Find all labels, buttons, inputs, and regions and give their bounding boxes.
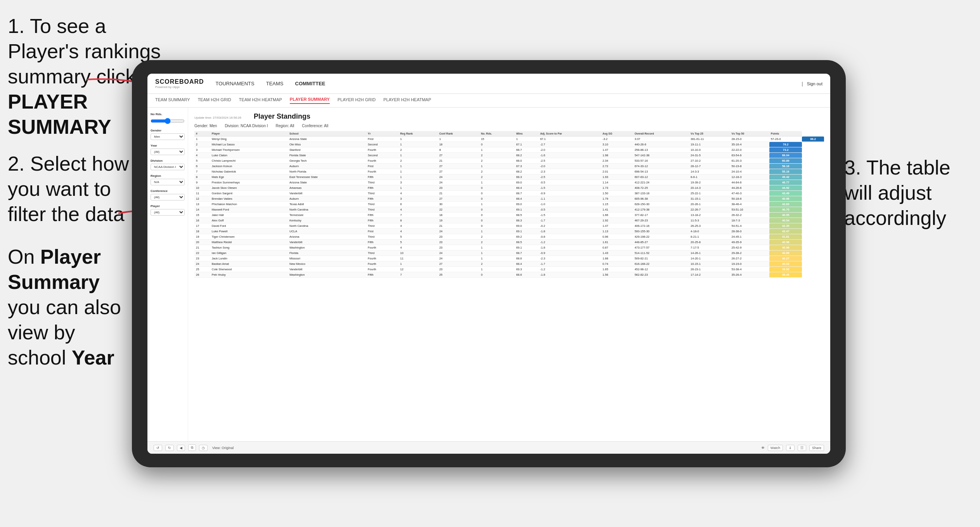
table-row: 3Michael ThorbjornsenStanfordFourth28168… bbox=[194, 147, 824, 153]
sidebar-region-section: Region N/A bbox=[151, 174, 185, 185]
col-points: Points bbox=[769, 131, 802, 137]
download-btn[interactable]: ⇓ bbox=[786, 445, 795, 451]
table-row: 8Mats EgeEast Tennessee StateFifth124268… bbox=[194, 175, 824, 180]
nav-pipe: | bbox=[802, 81, 803, 86]
redo-btn[interactable]: ↻ bbox=[165, 445, 174, 451]
main-content: No Rds. Gender Men Year (All) Divisio bbox=[147, 108, 830, 441]
conference-select[interactable]: (All) bbox=[151, 194, 185, 200]
tablet-screen: SCOREBOARD Powered by clippi TOURNAMENTS… bbox=[147, 74, 830, 454]
table-header-row: Update time: 27/03/2024 16:56:26 Player … bbox=[194, 112, 824, 121]
table-row: 4Luke ClatonFlorida StateSecond127268.2-… bbox=[194, 153, 824, 158]
view-original: View: Original bbox=[212, 446, 234, 450]
instruction-step-bottom: On Player Summary you can also view by s… bbox=[8, 244, 132, 370]
nav-bar: SCOREBOARD Powered by clippi TOURNAMENTS… bbox=[147, 74, 830, 94]
player-standings-table: # Player School Yr Reg Rank Conf Rank No… bbox=[194, 131, 824, 278]
table-row: 9Preston SummerhaysArizona StateThird324… bbox=[194, 180, 824, 185]
sub-nav-player-h2h-heatmap[interactable]: PLAYER H2H HEATMAP bbox=[383, 97, 431, 104]
table-row: 24Bastian AmatNew MexicoFourth127268.4-1… bbox=[194, 261, 824, 267]
sub-nav: TEAM SUMMARY TEAM H2H GRID TEAM H2H HEAT… bbox=[147, 94, 830, 108]
table-row: 10Jacob Skov OlesenArkansasFifth123068.4… bbox=[194, 185, 824, 191]
nav-tournaments[interactable]: TOURNAMENTS bbox=[216, 81, 255, 86]
nav-committee[interactable]: COMMITTEE bbox=[295, 81, 326, 86]
sidebar-gender-section: Gender Men bbox=[151, 129, 185, 140]
back-btn[interactable]: ◀ bbox=[177, 445, 185, 451]
gender-select[interactable]: Men bbox=[151, 133, 185, 140]
logo: SCOREBOARD Powered by clippi bbox=[155, 78, 204, 89]
sub-nav-team-summary[interactable]: TEAM SUMMARY bbox=[155, 97, 190, 104]
table-row: 17David FordNorth CarolinaThird421069.0-… bbox=[194, 223, 824, 229]
share-btn[interactable]: Share bbox=[809, 445, 824, 451]
sidebar-filters: No Rds. Gender Men Year (All) Divisio bbox=[147, 108, 188, 441]
table-row: 25Cole SherwoodVanderbiltFourth1223169.3… bbox=[194, 267, 824, 272]
col-wins: Wins bbox=[515, 131, 539, 137]
player-select[interactable]: (All) bbox=[151, 209, 185, 216]
table-row: 12Brendan ValdesAuburnFifth327068.4-1.11… bbox=[194, 196, 824, 202]
table-row: 11Gordon SargentVanderbiltThird421068.7-… bbox=[194, 191, 824, 196]
sub-nav-player-h2h-grid[interactable]: PLAYER H2H GRID bbox=[338, 97, 376, 104]
clock-btn[interactable]: ◷ bbox=[199, 445, 208, 451]
table-row: 6Jackson KoivunAuburnFirst127167.3-2.02.… bbox=[194, 164, 824, 169]
col-conf-rank: Conf Rank bbox=[438, 131, 479, 137]
nav-links: TOURNAMENTS TEAMS COMMITTEE bbox=[216, 81, 802, 86]
col-school: School bbox=[288, 131, 366, 137]
toolbar-right: 👁 Watch ⇓ ☷ Share bbox=[761, 445, 824, 451]
copy-btn[interactable]: ⧉ bbox=[188, 444, 196, 451]
sub-nav-player-summary[interactable]: PLAYER SUMMARY bbox=[290, 97, 330, 104]
col-avg-sg: Avg SG bbox=[601, 131, 633, 137]
tablet-device: SCOREBOARD Powered by clippi TOURNAMENTS… bbox=[132, 60, 846, 467]
sign-out-link[interactable]: Sign out bbox=[807, 81, 822, 86]
table-row: 5Christo LamprechtGeorgia TechFourth2212… bbox=[194, 158, 824, 164]
col-vs-top25: Vs Top 25 bbox=[689, 131, 730, 137]
col-no-rds: No. Rds. bbox=[480, 131, 515, 137]
table-row: 7Nicholas GabrelcikNorth FloridaFourth12… bbox=[194, 169, 824, 175]
filter-conference: Conference: All bbox=[302, 124, 328, 128]
nav-teams[interactable]: TEAMS bbox=[266, 81, 284, 86]
table-area: Update time: 27/03/2024 16:56:26 Player … bbox=[188, 108, 830, 441]
col-yr: Yr bbox=[366, 131, 399, 137]
table-row: 21Tashiun SongWashingtonFourth423169.1-1… bbox=[194, 245, 824, 251]
filter-gender: Gender: Men bbox=[194, 124, 217, 128]
filter-row: Gender: Men Division: NCAA Division I Re… bbox=[194, 124, 824, 128]
table-row: 2Michael La SassoOle MissSecond118067.1-… bbox=[194, 142, 824, 147]
sidebar-year-section: Year (All) bbox=[151, 144, 185, 155]
table-title: Player Standings bbox=[254, 112, 310, 121]
sidebar-conference-section: Conference (All) bbox=[151, 189, 185, 200]
table-row: 1Wenyi DingArizona StateFirst1115167.1-3… bbox=[194, 137, 824, 142]
filter-division: Division: NCAA Division I bbox=[225, 124, 268, 128]
instruction-step3: 3. The table will adjust accordingly bbox=[844, 155, 968, 231]
col-adj-score: Adj. Score to Par bbox=[538, 131, 601, 137]
table-row: 20Matthew RiedelVanderbiltFifth523268.5-… bbox=[194, 240, 824, 245]
update-time: Update time: 27/03/2024 16:56:26 bbox=[194, 116, 241, 119]
table-row: 15Jake HallTennesseeFifth718068.5-1.51.6… bbox=[194, 213, 824, 218]
table-row: 22Ian GilliganFloridaThird1024168.7-0.91… bbox=[194, 251, 824, 256]
grid-btn[interactable]: ☷ bbox=[798, 445, 806, 451]
sub-nav-team-h2h-heatmap[interactable]: TEAM H2H HEATMAP bbox=[239, 97, 282, 104]
col-vs-top50: Vs Top 50 bbox=[730, 131, 769, 137]
nav-right: | Sign out bbox=[802, 81, 823, 86]
col-rank: # bbox=[194, 131, 210, 137]
watch-btn[interactable]: Watch bbox=[768, 445, 783, 451]
table-row: 26Petr HrubyWashingtonFifth725068.6-1.81… bbox=[194, 272, 824, 278]
table-row: 18Luke PowellUCLAFirst424169.1-1.81.1350… bbox=[194, 229, 824, 234]
sidebar-player-section: Player (All) bbox=[151, 204, 185, 216]
no-rds-slider[interactable] bbox=[151, 118, 185, 124]
division-select[interactable]: NCAA Division I bbox=[151, 164, 185, 170]
sub-nav-team-h2h-grid[interactable]: TEAM H2H GRID bbox=[198, 97, 231, 104]
table-row: 16Alex GoffKentuckyFifth819068.3-1.71.92… bbox=[194, 218, 824, 223]
filter-region: Region: All bbox=[276, 124, 294, 128]
sidebar-no-rds: No Rds. bbox=[151, 112, 185, 125]
table-row: 23Jack LundinMissouriFourth1124168.6-2.3… bbox=[194, 256, 824, 261]
year-select[interactable]: (All) bbox=[151, 149, 185, 155]
bottom-toolbar: ↺ ↻ ◀ ⧉ ◷ View: Original 👁 Watch ⇓ ☷ Sha… bbox=[147, 441, 830, 454]
table-row: 19Tiger ChristensenArizonaThird523269.2-… bbox=[194, 234, 824, 240]
watch-icon: 👁 bbox=[761, 446, 765, 450]
table-row: 14Maxwell FordNorth CarolinaThird422069.… bbox=[194, 207, 824, 213]
sidebar-division-section: Division NCAA Division I bbox=[151, 159, 185, 170]
undo-btn[interactable]: ↺ bbox=[154, 445, 162, 451]
table-row: 13Phichaksn MaichonTexas A&MThird630169.… bbox=[194, 202, 824, 207]
col-reg-rank: Reg Rank bbox=[399, 131, 438, 137]
region-select[interactable]: N/A bbox=[151, 179, 185, 185]
col-overall: Overall Record bbox=[633, 131, 689, 137]
col-player: Player bbox=[210, 131, 288, 137]
